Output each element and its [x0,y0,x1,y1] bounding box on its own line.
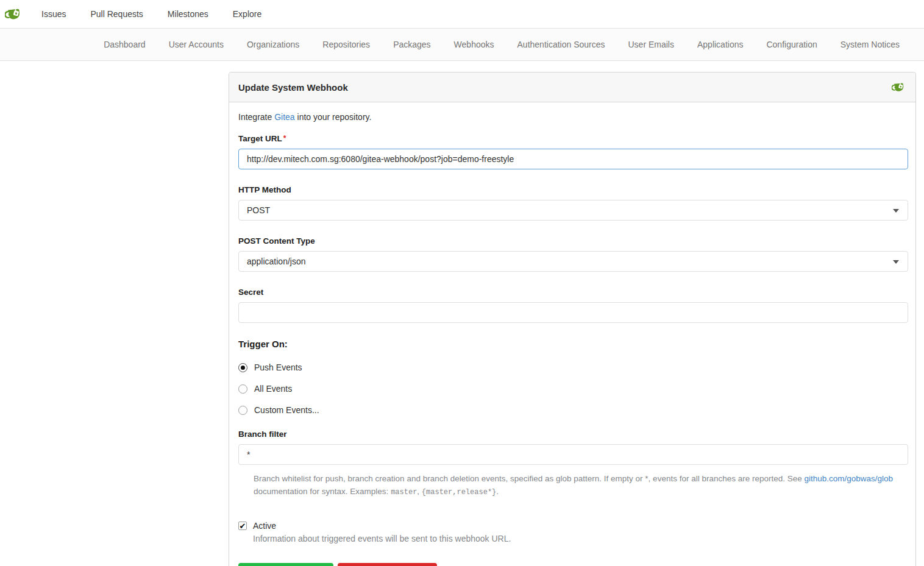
admin-nav-packages[interactable]: Packages [382,29,442,61]
nav-item-issues[interactable]: Issues [29,0,78,29]
branch-filter-field: Branch filter Branch whitelist for push,… [238,430,907,499]
intro-post: into your repository. [295,112,372,122]
radio-1[interactable] [238,384,247,394]
admin-nav-authentication-sources[interactable]: Authentication Sources [506,29,617,61]
help-text-1: Branch whitelist for push, branch creati… [254,474,805,483]
chevron-down-icon [893,260,899,264]
active-field: ✔ Active Information about triggered eve… [238,521,907,543]
secret-field: Secret [238,288,907,323]
radio-row-push-events[interactable]: Push Events [238,363,907,372]
top-navbar: Issues Pull Requests Milestones Explore [0,0,924,29]
intro-pre: Integrate [238,112,274,122]
active-checkbox[interactable]: ✔ [238,522,247,530]
chevron-down-icon [893,209,899,213]
radio-label-push-events: Push Events [254,363,302,372]
admin-nav-webhooks[interactable]: Webhooks [442,29,506,61]
radio-row-custom-events[interactable]: Custom Events... [238,405,907,415]
admin-nav-dashboard[interactable]: Dashboard [92,29,157,61]
radio-0[interactable] [238,363,247,372]
help-text-2: documentation for syntax. Examples: [254,487,391,496]
active-description: Information about triggered events will … [253,534,907,543]
admin-nav-user-emails[interactable]: User Emails [617,29,686,61]
update-webhook-panel: Update System Webhook Integrate Gitea in… [229,72,916,566]
help-end: . [496,487,499,496]
radio-row-all-events[interactable]: All Events [238,384,907,394]
nav-item-explore[interactable]: Explore [221,0,274,29]
target-url-input[interactable] [238,149,908,169]
http-method-label: HTTP Method [238,185,907,194]
admin-nav-system-notices[interactable]: System Notices [829,29,911,61]
help-separator: , [417,487,422,496]
target-url-label: Target URL* [238,134,907,143]
help-code-master: master [391,488,417,497]
target-url-field: Target URL* [238,134,907,169]
help-code-glob: {master,release*} [422,488,496,497]
content-type-value: application/json [247,256,306,266]
intro-text: Integrate Gitea into your repository. [238,112,907,122]
nav-item-milestones[interactable]: Milestones [155,0,221,29]
remove-webhook-button[interactable]: Remove Webhook [338,563,437,566]
required-asterisk: * [283,134,286,143]
radio-2[interactable] [238,406,247,415]
target-url-label-text: Target URL [238,134,282,143]
gitea-logo-icon[interactable] [5,5,23,23]
gitea-webhook-type-icon [892,80,906,94]
branch-filter-input[interactable] [238,444,908,465]
active-checkbox-row[interactable]: ✔ Active [238,521,907,531]
radio-label-all-events: All Events [254,384,292,394]
admin-nav-applications[interactable]: Applications [686,29,755,61]
http-method-dropdown[interactable]: POST [238,200,908,221]
secret-input[interactable] [238,302,908,323]
branch-filter-label: Branch filter [238,430,907,439]
http-method-field: HTTP Method POST [238,185,907,221]
admin-nav-configuration[interactable]: Configuration [755,29,828,61]
content-type-label: POST Content Type [238,236,907,246]
glob-docs-link[interactable]: github.com/gobwas/glob [805,474,894,483]
panel-title: Update System Webhook [238,82,348,93]
content-type-field: POST Content Type application/json [238,236,907,272]
trigger-on-heading: Trigger On: [238,339,907,349]
secret-label: Secret [238,288,907,297]
admin-nav-organizations[interactable]: Organizations [235,29,311,61]
radio-label-custom-events: Custom Events... [254,405,319,415]
update-webhook-button[interactable]: Update Webhook [238,563,333,566]
active-label: Active [253,521,276,531]
top-nav-links: Issues Pull Requests Milestones Explore [29,0,274,29]
admin-navbar: Dashboard User Accounts Organizations Re… [0,29,924,61]
admin-nav-user-accounts[interactable]: User Accounts [157,29,235,61]
admin-nav-repositories[interactable]: Repositories [311,29,382,61]
panel-header: Update System Webhook [229,73,915,102]
nav-item-pull-requests[interactable]: Pull Requests [78,0,155,29]
http-method-value: POST [247,205,270,215]
panel-body: Integrate Gitea into your repository. Ta… [229,102,915,566]
button-row: Update Webhook Remove Webhook [238,563,907,566]
branch-filter-help: Branch whitelist for push, branch creati… [254,472,907,499]
content-type-dropdown[interactable]: application/json [238,251,908,272]
gitea-link[interactable]: Gitea [274,112,294,122]
